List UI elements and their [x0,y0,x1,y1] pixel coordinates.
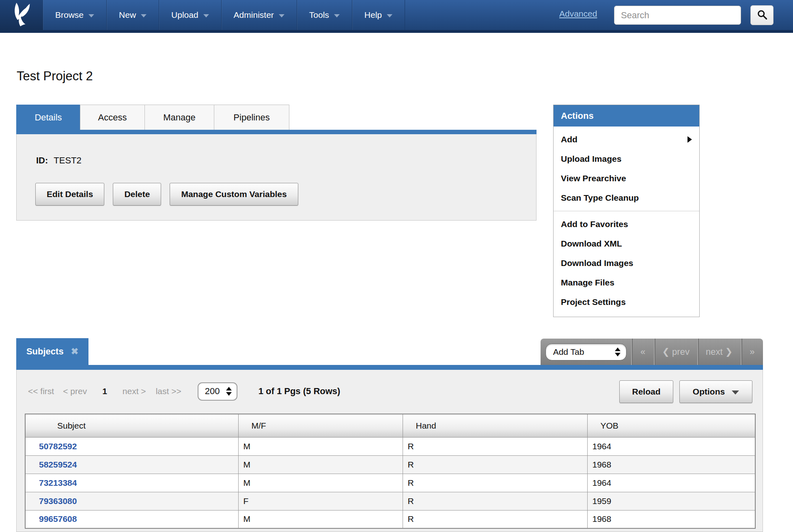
project-id-value: TEST2 [54,155,81,165]
subjects-panel: << first < prev 1 next > last >> 200 1 o… [16,370,763,532]
app-logo[interactable] [0,0,43,30]
table-row: 73213384 M R 1964 [25,474,755,492]
project-id-label: ID: [36,155,48,165]
tabs-scroll-last-button[interactable]: » [741,339,763,365]
actions-panel: Actions Add Upload Images View Prearchiv… [553,105,700,317]
column-header-yob[interactable]: YOB [587,414,755,437]
add-tab-select-value: Add Tab [553,347,584,357]
tab-access[interactable]: Access [80,105,145,130]
menu-upload[interactable]: Upload [159,0,222,30]
subject-link[interactable]: 99657608 [39,514,77,523]
options-button-label: Options [693,387,725,397]
menu-help[interactable]: Help [352,0,405,30]
cell-yob: 1964 [587,437,755,455]
cell-mf: M [238,510,403,528]
cell-hand: R [403,492,587,510]
pagination-bar: << first < prev 1 next > last >> 200 1 o… [28,382,340,401]
column-header-mf[interactable]: M/F [238,414,403,437]
close-icon[interactable]: ✖ [71,346,78,357]
action-scan-type-cleanup[interactable]: Scan Type Cleanup [554,188,699,208]
column-header-subject[interactable]: Subject [25,414,238,437]
page-title: Test Project 2 [17,69,93,84]
menu-browse[interactable]: Browse [43,0,107,30]
cell-hand: R [403,437,587,455]
cell-hand: R [403,510,587,528]
pagination-summary: 1 of 1 Pgs (5 Rows) [259,386,340,397]
page-root: Browse New Upload Administer Tools Help [0,0,793,532]
menu-tools[interactable]: Tools [297,0,352,30]
table-header-row: Subject M/F Hand YOB [25,414,755,437]
action-add-to-favorites[interactable]: Add to Favorites [554,215,699,234]
cell-yob: 1959 [587,492,755,510]
chevron-right-icon [687,136,692,143]
subject-link[interactable]: 58259524 [39,460,77,469]
reload-button[interactable]: Reload [619,380,673,403]
pagination-first-link[interactable]: << first [28,386,54,396]
chevron-down-icon [334,14,340,17]
search-button[interactable] [750,5,774,25]
tab-pipelines[interactable]: Pipelines [214,105,289,130]
cell-yob: 1968 [587,510,755,528]
action-manage-files[interactable]: Manage Files [554,273,699,292]
add-tab-select[interactable]: Add Tab [545,343,627,360]
subjects-tab-toolbar: Add Tab « ❮ prev next ❯ » [541,339,763,365]
advanced-search-link[interactable]: Advanced [559,9,597,19]
edit-details-button[interactable]: Edit Details [35,183,104,206]
cell-mf: M [238,474,403,492]
action-add[interactable]: Add [554,130,699,149]
action-download-images[interactable]: Download Images [554,253,699,273]
action-project-settings[interactable]: Project Settings [554,292,699,312]
delete-button[interactable]: Delete [113,183,161,206]
action-upload-images[interactable]: Upload Images [554,149,699,169]
column-header-hand[interactable]: Hand [403,414,587,437]
pagination-last-link[interactable]: last >> [156,386,181,396]
top-navbar: Browse New Upload Administer Tools Help [0,0,793,33]
page-size-select[interactable]: 200 [198,382,237,401]
actions-menu: Add Upload Images View Prearchive Scan T… [554,127,699,317]
action-add-label: Add [561,135,578,144]
chevron-down-icon [88,14,94,17]
tabs-scroll-first-button[interactable]: « [631,339,653,365]
pagination-next-link[interactable]: next > [123,386,146,396]
cell-yob: 1968 [587,455,755,474]
chevron-down-icon [279,14,284,17]
page-size-value: 200 [205,386,220,397]
action-view-prearchive[interactable]: View Prearchive [554,169,699,188]
subject-link[interactable]: 73213384 [39,478,77,487]
tabs-prev-button[interactable]: ❮ prev [654,339,697,365]
actions-divider [554,211,699,211]
tabs-next-button[interactable]: next ❯ [697,339,741,365]
tab-subjects[interactable]: Subjects ✖ [16,338,88,365]
search-icon [756,9,768,22]
select-spinner-icon [226,387,232,396]
menu-tools-label: Tools [309,10,329,20]
xnat-tulip-icon [10,2,33,28]
subject-link[interactable]: 79363080 [39,496,77,506]
menu-new[interactable]: New [107,0,159,30]
add-tab-select-wrap: Add Tab [541,343,631,360]
cell-yob: 1964 [587,474,755,492]
action-download-xml[interactable]: Download XML [554,234,699,253]
table-row: 99657608 M R 1968 [25,510,755,528]
search-input[interactable] [614,6,741,25]
chevron-down-icon [732,390,739,395]
details-button-row: Edit Details Delete Manage Custom Variab… [35,183,298,206]
menu-browse-label: Browse [55,10,84,20]
options-button[interactable]: Options [679,380,752,403]
details-accent-strip [16,130,537,134]
chevron-down-icon [141,14,147,17]
menu-administer[interactable]: Administer [222,0,297,30]
tab-manage[interactable]: Manage [144,105,214,130]
chevron-down-icon [203,14,209,17]
table-row: 79363080 F R 1959 [25,492,755,510]
tab-details[interactable]: Details [16,105,80,130]
pagination-prev-link[interactable]: < prev [63,386,87,396]
menu-new-label: New [119,10,136,20]
manage-custom-variables-button[interactable]: Manage Custom Variables [170,183,298,206]
subject-link[interactable]: 50782592 [39,442,77,451]
project-tabs: Details Access Manage Pipelines [16,105,289,130]
cell-hand: R [403,474,587,492]
table-row: 50782592 M R 1964 [25,437,755,455]
subjects-accent-strip [16,365,763,370]
menu-upload-label: Upload [171,10,198,20]
